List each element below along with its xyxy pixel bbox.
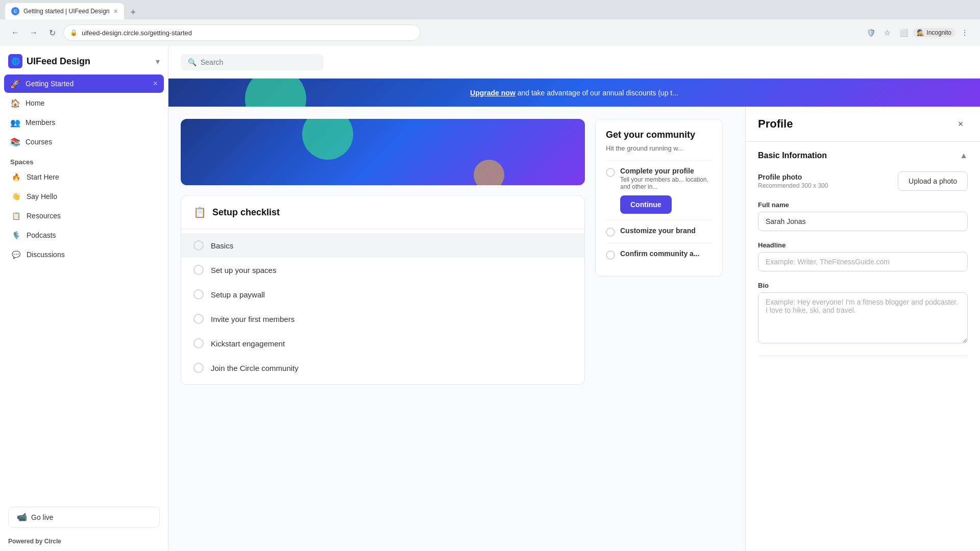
headline-input[interactable] xyxy=(758,252,968,271)
sidebar-item-start-here[interactable]: 🔥 Start Here xyxy=(4,168,164,186)
checklist-item-basics[interactable]: Basics xyxy=(181,233,584,258)
checklist-item-invite[interactable]: Invite your first members xyxy=(181,307,584,331)
lock-icon: 🔒 xyxy=(70,29,78,36)
bio-group: Bio xyxy=(758,282,968,345)
brand-chevron-icon[interactable]: ▾ xyxy=(156,57,160,66)
say-hello-icon: 👋 xyxy=(10,191,21,202)
tab-label: Getting started | UIFeed Design xyxy=(23,8,110,15)
tab-close-icon[interactable]: × xyxy=(114,7,118,15)
community-item-profile-content: Complete your profile Tell your members … xyxy=(620,167,712,214)
incognito-badge: 🕵️ Incognito xyxy=(913,28,955,37)
upgrade-link[interactable]: Upgrade now xyxy=(470,89,516,97)
basic-info-accordion-header[interactable]: Basic Information ▲ xyxy=(758,142,968,169)
say-hello-label: Say Hello xyxy=(27,192,57,201)
checklist-label-invite: Invite your first members xyxy=(211,315,295,323)
sidebar-item-resources[interactable]: 📋 Resources xyxy=(4,207,164,225)
go-live-button[interactable]: 📹 Go live xyxy=(8,507,160,528)
radio-kickstart xyxy=(193,338,204,348)
radio-paywall xyxy=(193,289,204,299)
continue-button[interactable]: Continue xyxy=(620,195,672,214)
profile-photo-sublabel: Recommended 300 x 300 xyxy=(758,182,828,189)
new-tab-button[interactable]: + xyxy=(126,5,140,19)
profile-panel-header: Profile × xyxy=(746,107,980,142)
resources-icon: 📋 xyxy=(10,210,21,221)
profile-close-button[interactable]: × xyxy=(953,117,968,131)
setup-header: 📋 Setup checklist xyxy=(181,196,584,229)
sidebar-item-home[interactable]: 🏠 Home xyxy=(4,94,164,112)
checklist-items: Basics Set up your spaces Setup a paywal… xyxy=(181,229,584,384)
search-icon: 🔍 xyxy=(188,58,197,66)
community-item-confirm[interactable]: Confirm community a... xyxy=(606,243,712,266)
courses-icon: 📚 xyxy=(10,137,20,147)
checklist-item-join[interactable]: Join the Circle community xyxy=(181,356,584,380)
basic-info-accordion: Basic Information ▲ Profile photo Recomm… xyxy=(758,142,968,356)
sidebar-item-courses[interactable]: 📚 Courses xyxy=(4,133,164,151)
podcasts-icon: 🎙️ xyxy=(10,230,21,241)
two-col-layout: 📋 Setup checklist Basics Set xyxy=(181,119,733,385)
profile-window-icon[interactable]: ⬜ xyxy=(896,26,911,40)
checklist-item-spaces[interactable]: Set up your spaces xyxy=(181,258,584,282)
extension-icon[interactable]: 🛡️ xyxy=(864,26,878,40)
page-content: 📋 Setup checklist Basics Set xyxy=(168,107,745,551)
app-container: 🌐 UIFeed Design ▾ 🚀 Getting Started × 🏠 … xyxy=(0,46,980,551)
close-icon[interactable]: × xyxy=(153,79,158,88)
active-tab[interactable]: C Getting started | UIFeed Design × xyxy=(5,3,124,19)
community-radio-profile xyxy=(606,168,615,177)
sidebar-item-members[interactable]: 👥 Members xyxy=(4,113,164,132)
sidebar-nav: 🚀 Getting Started × 🏠 Home 👥 Members 📚 C… xyxy=(0,72,168,500)
bio-textarea[interactable] xyxy=(758,292,968,343)
getting-started-icon: 🚀 xyxy=(10,79,20,89)
full-name-input[interactable] xyxy=(758,212,968,231)
upload-photo-button[interactable]: Upload a photo xyxy=(898,171,968,191)
sidebar-header: 🌐 UIFeed Design ▾ xyxy=(0,46,168,72)
sidebar-item-podcasts[interactable]: 🎙️ Podcasts xyxy=(4,226,164,244)
main-content: 🔍 Upgrade now and take advantage of our … xyxy=(168,46,980,551)
menu-icon[interactable]: ⋮ xyxy=(958,26,972,40)
accordion-chevron-icon: ▲ xyxy=(960,151,968,160)
basic-info-title: Basic Information xyxy=(758,151,827,160)
profile-body: Basic Information ▲ Profile photo Recomm… xyxy=(746,142,980,551)
sidebar-item-discussions[interactable]: 💬 Discussions xyxy=(4,245,164,264)
profile-photo-row: Profile photo Recommended 300 x 300 Uplo… xyxy=(758,169,968,191)
setup-checklist-card: 📋 Setup checklist Basics Set xyxy=(181,195,585,385)
incognito-icon: 🕵️ xyxy=(917,29,924,36)
community-subtitle: Hit the ground running w... xyxy=(606,144,712,152)
bookmark-icon[interactable]: ☆ xyxy=(880,26,894,40)
resources-label: Resources xyxy=(27,212,61,220)
banner-text: Upgrade now and take advantage of our an… xyxy=(470,89,678,97)
reload-button[interactable]: ↻ xyxy=(45,26,59,40)
checklist-item-kickstart[interactable]: Kickstart engagement xyxy=(181,331,584,356)
powered-by: Powered by Circle xyxy=(0,534,168,551)
checklist-label-basics: Basics xyxy=(211,241,233,250)
search-box[interactable]: 🔍 xyxy=(181,54,324,70)
community-item-brand[interactable]: Customize your brand xyxy=(606,220,712,243)
podcasts-label: Podcasts xyxy=(27,231,56,239)
address-bar[interactable]: 🔒 uifeed-design.circle.so/getting-starte… xyxy=(63,24,421,41)
back-button[interactable]: ← xyxy=(8,26,22,40)
discussions-icon: 💬 xyxy=(10,249,21,260)
top-bar: 🔍 xyxy=(168,46,980,79)
go-live-label: Go live xyxy=(31,513,54,521)
community-item-profile[interactable]: Complete your profile Tell your members … xyxy=(606,160,712,220)
start-here-icon: 🔥 xyxy=(10,171,21,183)
checklist-item-paywall[interactable]: Setup a paywall xyxy=(181,282,584,307)
toolbar-icons: 🛡️ ☆ ⬜ 🕵️ Incognito ⋮ xyxy=(864,26,972,40)
close-icon: × xyxy=(958,119,964,130)
setup-col: 📋 Setup checklist Basics Set xyxy=(181,119,585,385)
upgrade-banner: Upgrade now and take advantage of our an… xyxy=(168,79,980,107)
headline-label: Headline xyxy=(758,241,968,249)
sidebar: 🌐 UIFeed Design ▾ 🚀 Getting Started × 🏠 … xyxy=(0,46,168,551)
sidebar-item-getting-started[interactable]: 🚀 Getting Started × xyxy=(4,74,164,93)
spaces-section-label: Spaces xyxy=(4,152,164,168)
start-here-label: Start Here xyxy=(27,173,59,181)
forward-button[interactable]: → xyxy=(27,26,41,40)
browser-toolbar: ← → ↻ 🔒 uifeed-design.circle.so/getting-… xyxy=(0,19,980,46)
members-label: Members xyxy=(26,118,55,127)
radio-spaces xyxy=(193,265,204,275)
profile-panel: Profile × Basic Information ▲ xyxy=(745,107,980,551)
full-name-label: Full name xyxy=(758,201,968,209)
radio-invite xyxy=(193,314,204,324)
home-label: Home xyxy=(26,99,44,107)
search-input[interactable] xyxy=(201,58,316,66)
sidebar-item-say-hello[interactable]: 👋 Say Hello xyxy=(4,187,164,206)
